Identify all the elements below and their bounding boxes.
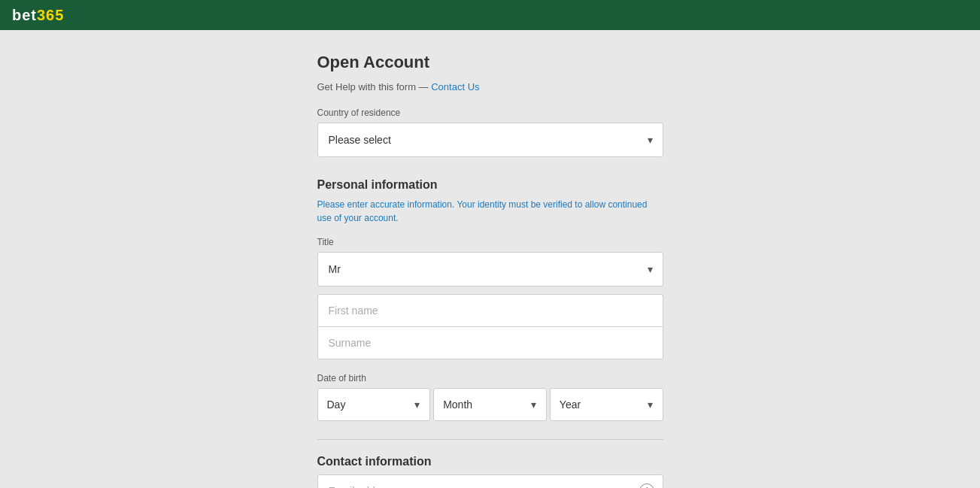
logo: bet365	[12, 7, 64, 24]
dob-month-select[interactable]: Month	[433, 388, 547, 421]
help-prefix: Get Help with this form —	[317, 81, 432, 92]
dob-year-select[interactable]: Year	[550, 388, 663, 421]
personal-section: Personal information Please enter accura…	[317, 178, 663, 421]
main-content: Open Account Get Help with this form — C…	[302, 30, 678, 488]
surname-input[interactable]	[317, 326, 663, 359]
contact-section: Contact information i	[317, 455, 663, 488]
logo-bet: bet	[12, 7, 37, 23]
dob-day-select[interactable]: Day	[317, 388, 431, 421]
dob-label: Date of birth	[317, 373, 663, 383]
name-input-group	[317, 294, 663, 361]
page-title: Open Account	[317, 53, 663, 72]
help-text: Get Help with this form — Contact Us	[317, 81, 663, 92]
first-name-input[interactable]	[317, 294, 663, 326]
personal-section-title: Personal information	[317, 178, 663, 192]
contact-divider	[317, 439, 663, 440]
email-wrapper: i	[317, 474, 663, 488]
contact-us-link[interactable]: Contact Us	[431, 81, 479, 92]
logo-365: 365	[37, 7, 64, 23]
dob-month-wrapper: Month ▾	[433, 388, 547, 421]
title-label: Title	[317, 237, 663, 247]
dob-selects: Day ▾ Month ▾ Year ▾	[317, 388, 663, 421]
header: bet365	[0, 0, 980, 30]
title-select-wrapper: Mr Mrs Miss Ms Dr ▾	[317, 252, 663, 286]
personal-info-text: Please enter accurate information. Your …	[317, 198, 663, 225]
country-select[interactable]: Please select	[317, 123, 663, 157]
country-section: Country of residence Please select ▾	[317, 108, 663, 157]
dob-year-wrapper: Year ▾	[550, 388, 663, 421]
dob-day-wrapper: Day ▾	[317, 388, 431, 421]
contact-section-title: Contact information	[317, 455, 663, 468]
title-select[interactable]: Mr Mrs Miss Ms Dr	[317, 252, 663, 286]
country-label: Country of residence	[317, 108, 663, 118]
country-select-wrapper: Please select ▾	[317, 123, 663, 157]
email-input[interactable]	[317, 474, 663, 488]
